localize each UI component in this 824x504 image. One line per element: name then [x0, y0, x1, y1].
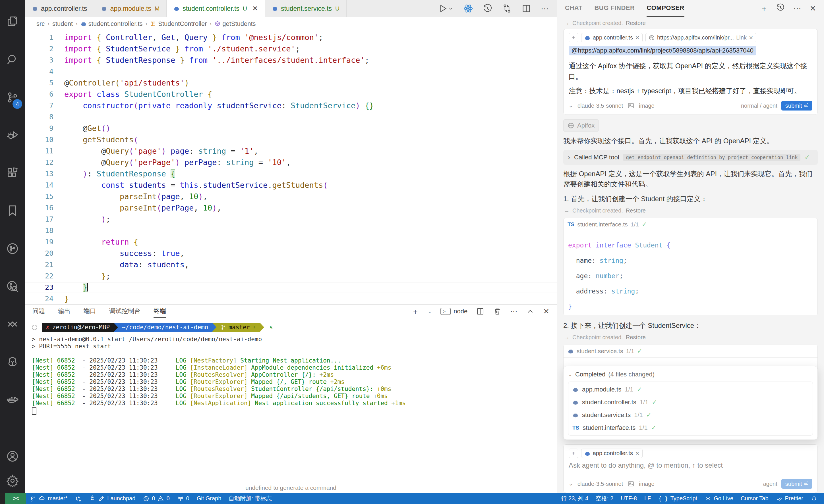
chevron-down-icon[interactable]: ⌄	[428, 308, 432, 314]
code-line-14[interactable]: 14 const students = this.studentService.…	[25, 179, 557, 191]
search-icon[interactable]	[0, 41, 25, 79]
code-line-13[interactable]: 13 ): StudentResponse {	[25, 168, 557, 179]
status-item-auto-attach[interactable]: 自动附加: 带标志	[225, 495, 275, 502]
code-line-11[interactable]: 11 @Query('page') page: string = '1',	[25, 145, 557, 157]
pipelines-icon[interactable]	[0, 305, 25, 343]
close-icon[interactable]: ✕	[543, 307, 549, 316]
image-label[interactable]: image	[639, 103, 654, 109]
status-item-indentation[interactable]: 空格: 2	[592, 495, 617, 502]
mcp-tool-call[interactable]: › Called MCP tool get_endpoint_openapi_d…	[563, 150, 818, 165]
code-line-10[interactable]: 10 getStudents(	[25, 134, 557, 145]
status-item-launchpad[interactable]: Launchpad	[85, 495, 139, 502]
close-icon[interactable]: ✕	[749, 35, 753, 41]
tab-student.service.ts[interactable]: student.service.tsU	[265, 0, 346, 17]
breadcrumb-student[interactable]: student	[52, 20, 73, 27]
more-icon[interactable]: ⋯	[793, 4, 801, 13]
composer-thread[interactable]: →Checkpoint created. Restore + app.contr…	[557, 17, 824, 493]
restore-link[interactable]: Restore	[626, 20, 646, 26]
status-item-notifications-bell[interactable]	[807, 495, 821, 502]
breadcrumb-src[interactable]: src	[36, 20, 44, 27]
panel-tab-输出[interactable]: 输出	[58, 304, 71, 318]
code-line-18[interactable]: 18	[25, 225, 557, 236]
code-line-20[interactable]: 20 success: true,	[25, 248, 557, 259]
code-card-student-interface[interactable]: TS student.interface.ts 1/1 ✓ export int…	[563, 218, 818, 316]
changed-file-row[interactable]: student.service.ts1/1✓	[573, 408, 809, 421]
status-item-cursor-position[interactable]: 行 23, 列 4	[557, 495, 592, 502]
link-chip[interactable]: https://app.apifox.com/link/pr... Link ✕	[645, 33, 756, 42]
docker-icon[interactable]	[0, 381, 25, 418]
completed-summary-card[interactable]: ⌄ Completed (4 files changed) app.module…	[563, 366, 818, 440]
close-icon[interactable]: ✕	[635, 450, 639, 457]
panel-tab-调试控制台[interactable]: 调试控制台	[109, 304, 140, 318]
source-control-icon[interactable]: 4	[0, 79, 25, 116]
file-chip[interactable]: app.controller.ts ✕	[581, 33, 643, 42]
chevron-down-icon[interactable]: ⌄	[569, 103, 573, 109]
new-terminal-icon[interactable]: ＋	[412, 306, 419, 317]
status-item-errors-warnings[interactable]: 00	[139, 495, 173, 502]
run-debug-icon[interactable]	[0, 116, 25, 154]
code-line-7[interactable]: 7 constructor(private readonly studentSe…	[25, 100, 557, 111]
code-line-19[interactable]: 19 return {	[25, 236, 557, 248]
mode-label[interactable]: normal / agent	[741, 103, 778, 109]
chevron-down-icon[interactable]: ⌄	[568, 371, 573, 378]
status-item-cursor-tab[interactable]: Cursor Tab	[737, 495, 772, 502]
new-chat-icon[interactable]: ＋	[760, 3, 768, 14]
panel-tab-终端[interactable]: 终端	[153, 304, 166, 318]
tab-student.controller.ts[interactable]: student.controller.tsU✕	[167, 0, 265, 17]
more-icon[interactable]: ⋯	[541, 4, 549, 13]
status-item-language-mode[interactable]: { }TypeScript	[654, 495, 701, 502]
tab-app.controller.ts[interactable]: app.controller.ts	[25, 0, 94, 17]
code-line-22[interactable]: 22 };	[25, 270, 557, 282]
code-line-9[interactable]: 9 @Get()	[25, 123, 557, 134]
status-item-encoding[interactable]: UTF-8	[617, 495, 641, 502]
git-compare-icon[interactable]	[502, 4, 512, 13]
submit-button[interactable]: submit ⏎	[781, 101, 812, 111]
code-editor[interactable]: 1import { Controller, Get, Query } from …	[25, 30, 557, 304]
node-terminal-chip[interactable]: >_node	[440, 308, 468, 315]
composer-tab-bug-finder[interactable]: BUG FINDER	[594, 0, 635, 17]
git-history-icon[interactable]	[0, 267, 25, 305]
close-icon[interactable]: ✕	[635, 35, 639, 41]
run-icon[interactable]	[438, 4, 454, 13]
code-line-6[interactable]: 6export class StudentController {	[25, 89, 557, 100]
code-line-21[interactable]: 21 data: students,	[25, 259, 557, 270]
changed-file-row[interactable]: TSstudent.interface.ts1/1✓	[573, 421, 809, 434]
file-chip[interactable]: app.controller.ts ✕	[581, 449, 643, 458]
composer-tab-composer[interactable]: COMPOSER	[646, 0, 684, 17]
bookmarks-icon[interactable]	[0, 192, 25, 230]
extensions-icon[interactable]	[0, 154, 25, 192]
add-context-button[interactable]: +	[569, 33, 578, 42]
more-icon[interactable]: ⋯	[510, 307, 517, 316]
code-line-17[interactable]: 17 );	[25, 214, 557, 225]
test-tree-icon[interactable]	[0, 343, 25, 381]
composer-input[interactable]: Ask agent to do anything, @ to mention, …	[569, 461, 812, 469]
split-editor-icon[interactable]	[521, 4, 531, 13]
changed-file-row[interactable]: student.controller.ts1/1✓	[573, 396, 809, 408]
code-line-15[interactable]: 15 parseInt(page, 10),	[25, 191, 557, 202]
tab-app.module.ts[interactable]: app.module.tsM	[94, 0, 167, 17]
breadcrumb-method[interactable]: getStudents	[214, 20, 255, 27]
panel-tab-端口[interactable]: 端口	[84, 304, 96, 318]
status-item-ports[interactable]: 0	[174, 495, 193, 502]
remote-indicator[interactable]: ><	[5, 493, 26, 504]
chevron-down-icon[interactable]: ⌄	[569, 481, 573, 487]
model-selector[interactable]: claude-3.5-sonnet	[578, 481, 623, 487]
code-line-5[interactable]: 5@Controller('api/students')	[25, 77, 557, 89]
image-icon[interactable]	[627, 480, 634, 487]
code-line-16[interactable]: 16 parseInt(perPage, 10),	[25, 202, 557, 214]
code-line-1[interactable]: 1import { Controller, Get, Query } from …	[25, 32, 557, 43]
image-label[interactable]: image	[639, 481, 654, 487]
image-icon[interactable]	[627, 102, 634, 109]
breadcrumb-file[interactable]: student.controller.ts	[81, 20, 143, 27]
settings-gear-icon[interactable]	[0, 469, 25, 493]
code-line-3[interactable]: 3import { StudentResponse } from '../int…	[25, 54, 557, 66]
history-icon[interactable]	[776, 3, 785, 14]
model-selector[interactable]: claude-3.5-sonnet	[578, 103, 623, 109]
split-panel-icon[interactable]	[476, 307, 485, 316]
code-line-24[interactable]: 24}	[25, 293, 557, 304]
close-icon[interactable]: ✕	[810, 4, 816, 13]
submit-button[interactable]: submit ⏎	[781, 479, 812, 489]
mode-label[interactable]: agent	[763, 481, 778, 487]
breadcrumb[interactable]: src › student › student.controller.ts › …	[25, 17, 557, 30]
link-mention[interactable]: @https://app.apifox.com/link/project/589…	[569, 46, 756, 55]
